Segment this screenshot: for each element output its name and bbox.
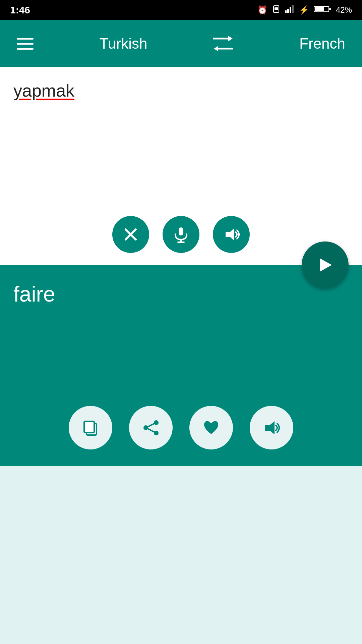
svg-rect-19	[84, 421, 94, 433]
microphone-button[interactable]	[163, 216, 199, 253]
input-controls	[112, 216, 250, 253]
svg-rect-5	[292, 5, 294, 13]
input-text[interactable]: yapmak	[13, 80, 349, 101]
svg-rect-7	[315, 7, 324, 11]
battery-percent: 42%	[336, 5, 352, 15]
output-speaker-button[interactable]	[250, 406, 293, 449]
charging-icon: ⚡	[299, 5, 309, 15]
clear-button[interactable]	[112, 216, 149, 253]
svg-line-23	[146, 423, 156, 428]
translate-button[interactable]	[302, 241, 349, 288]
toolbar: Turkish French	[0, 20, 362, 67]
input-speaker-button[interactable]	[213, 216, 250, 253]
svg-line-24	[146, 428, 156, 433]
sim-icon	[272, 5, 280, 15]
svg-rect-1	[275, 7, 278, 10]
output-panel: faire	[0, 265, 362, 466]
hamburger-line3	[17, 48, 34, 50]
svg-rect-4	[290, 7, 291, 13]
source-language-label[interactable]: Turkish	[100, 35, 147, 52]
status-icons: ⏰ ⚡ 42%	[257, 5, 352, 15]
swap-button[interactable]	[213, 35, 233, 52]
output-controls	[69, 406, 293, 449]
svg-marker-9	[228, 36, 233, 41]
favorite-button[interactable]	[189, 406, 233, 449]
copy-button[interactable]	[69, 406, 112, 449]
signal-icon	[285, 5, 294, 15]
svg-marker-16	[226, 228, 234, 241]
svg-rect-2	[285, 10, 287, 13]
svg-marker-10	[214, 46, 218, 51]
svg-marker-17	[320, 258, 332, 272]
status-bar: 1:46 ⏰ ⚡	[0, 0, 362, 20]
output-text: faire	[13, 282, 349, 307]
svg-marker-25	[265, 421, 275, 434]
svg-rect-3	[287, 9, 289, 13]
status-time: 1:46	[10, 4, 30, 16]
input-panel: yapmak	[0, 67, 362, 265]
share-button[interactable]	[129, 406, 173, 449]
target-language-label[interactable]: French	[299, 35, 345, 52]
battery-icon	[314, 5, 331, 15]
menu-button[interactable]	[17, 38, 34, 50]
hamburger-line2	[17, 43, 34, 45]
svg-rect-13	[179, 227, 183, 235]
alarm-icon: ⏰	[257, 5, 267, 15]
svg-rect-8	[329, 8, 331, 10]
hamburger-line1	[17, 38, 34, 40]
